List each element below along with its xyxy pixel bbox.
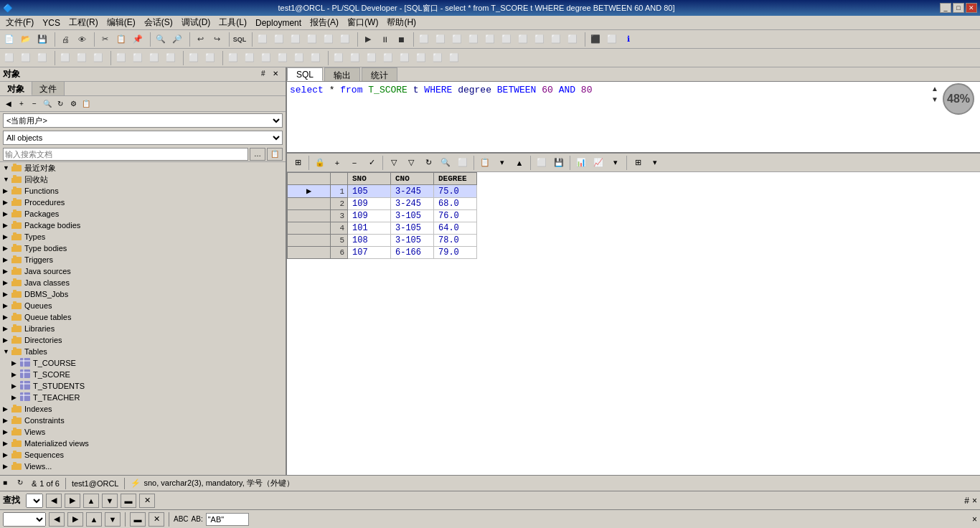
tb8-7[interactable]: ⬜: [515, 32, 531, 47]
sql-btn[interactable]: SQL: [232, 32, 248, 47]
tb6-3[interactable]: ⬜: [288, 32, 303, 47]
t2-3[interactable]: ⬜: [34, 50, 50, 66]
tab-sql[interactable]: SQL: [287, 67, 323, 81]
rt-up-btn[interactable]: ▽: [386, 155, 402, 171]
tree-expand-arrow[interactable]: ▶: [3, 314, 11, 321]
tree-expand-arrow[interactable]: ▼: [3, 164, 11, 171]
tab-stats[interactable]: 统计: [362, 67, 397, 81]
sql-editor[interactable]: select * from T_SCORE t WHERE degree BET…: [287, 82, 980, 154]
tb8-3[interactable]: ⬜: [449, 32, 465, 47]
tree-item-16[interactable]: ▼Tables: [0, 346, 286, 357]
tb7-1[interactable]: ▶: [360, 32, 376, 47]
tree-expand-arrow[interactable]: ▶: [3, 302, 11, 309]
bf-find-input[interactable]: [206, 513, 249, 526]
tree-item-9[interactable]: ▶Java sources: [0, 265, 286, 277]
tb7-2[interactable]: ⏸: [377, 32, 392, 47]
rt-grid-btn[interactable]: ⊞: [290, 155, 306, 171]
cell-cno[interactable]: 3-105: [391, 210, 434, 222]
t2-14[interactable]: ⬜: [242, 50, 258, 66]
tree-expand-arrow[interactable]: ▶: [3, 256, 11, 263]
tree-expand-arrow[interactable]: ▶: [3, 405, 11, 412]
rt-chart-btn[interactable]: 📊: [573, 155, 589, 171]
tree-expand-arrow[interactable]: ▶: [3, 210, 11, 217]
tree-expand-arrow[interactable]: ▶: [3, 199, 11, 206]
menu-help[interactable]: 帮助(H): [382, 15, 420, 30]
menu-deployment[interactable]: Deployment: [251, 16, 306, 29]
rt-paste2[interactable]: ▾: [494, 155, 510, 171]
type-dropdown[interactable]: All objects: [3, 131, 283, 145]
rt-extra[interactable]: ⬜: [455, 155, 471, 171]
cut-btn[interactable]: ✂: [97, 32, 113, 47]
tree-item-13[interactable]: ▶Queue tables: [0, 311, 286, 323]
cell-degree[interactable]: 64.0: [434, 222, 477, 235]
t2-11[interactable]: ⬜: [186, 50, 202, 66]
menu-file[interactable]: 文件(F): [1, 15, 38, 30]
t2-8[interactable]: ⬜: [130, 50, 146, 66]
tree-item-3[interactable]: ▶Procedures: [0, 197, 286, 208]
tree-expand-arrow[interactable]: ▼: [3, 348, 11, 355]
tree-item-18[interactable]: ▶T_SCORE: [0, 369, 286, 380]
type-select[interactable]: All objects: [3, 131, 283, 145]
cell-cno[interactable]: 3-105: [391, 235, 434, 247]
t2-23[interactable]: ⬜: [397, 50, 413, 66]
table-row[interactable]: 31093-10576.0: [288, 210, 477, 222]
find2-btn[interactable]: 🔎: [169, 32, 185, 47]
tree-expand-arrow[interactable]: ▼: [3, 176, 11, 183]
rt-up2[interactable]: ▲: [512, 155, 527, 171]
rt-post-btn[interactable]: ⬜: [534, 155, 550, 171]
tree-expand-arrow[interactable]: ▶: [3, 440, 11, 447]
tb8-1[interactable]: ⬜: [416, 32, 432, 47]
rt-search-btn[interactable]: 🔍: [438, 155, 453, 171]
cell-degree[interactable]: 76.0: [434, 210, 477, 222]
cell-sno[interactable]: 101: [348, 222, 391, 235]
bf-down2-btn[interactable]: ▼: [105, 512, 121, 527]
open-btn[interactable]: 📂: [18, 32, 34, 47]
lt-settings[interactable]: ⚙: [67, 98, 79, 110]
tree-item-6[interactable]: ▶Types: [0, 231, 286, 242]
tree-item-25[interactable]: ▶Sequences: [0, 449, 286, 461]
t2-15[interactable]: ⬜: [258, 50, 274, 66]
cell-sno[interactable]: 109: [348, 210, 391, 222]
tree-item-7[interactable]: ▶Type bodies: [0, 242, 286, 254]
search-input[interactable]: [3, 148, 248, 161]
tree-item-11[interactable]: ▶DBMS_Jobs: [0, 288, 286, 300]
restore-button[interactable]: □: [953, 3, 964, 13]
bs-down-btn[interactable]: ▼: [102, 494, 118, 508]
tb6-5[interactable]: ⬜: [321, 32, 336, 47]
tree-expand-arrow[interactable]: ▶: [3, 336, 11, 344]
cell-degree[interactable]: 75.0: [434, 185, 477, 198]
bs-up-btn[interactable]: ▲: [83, 494, 99, 508]
tree-item-14[interactable]: ▶Libraries: [0, 323, 286, 334]
tb9-1[interactable]: ⬛: [588, 32, 603, 47]
bf-select[interactable]: ABC AB:: [3, 512, 46, 527]
close-button[interactable]: ✕: [966, 3, 977, 13]
tree-item-12[interactable]: ▶Queues: [0, 300, 286, 311]
rt-check-btn[interactable]: ✓: [364, 155, 380, 171]
tree-expand-arrow[interactable]: ▶: [3, 268, 11, 275]
t2-13[interactable]: ⬜: [225, 50, 241, 66]
tree-expand-arrow[interactable]: ▶: [3, 417, 11, 424]
panel-pin-btn[interactable]: #: [261, 70, 271, 80]
tree-item-17[interactable]: ▶T_COURSE: [0, 357, 286, 369]
save-btn[interactable]: 💾: [34, 32, 50, 47]
rt-del-row[interactable]: −: [347, 155, 362, 171]
t2-17[interactable]: ⬜: [291, 50, 307, 66]
menu-ycs[interactable]: YCS: [38, 16, 65, 29]
tree-item-26[interactable]: ▶Views...: [0, 461, 286, 472]
tree-expand-arrow[interactable]: ▶: [3, 463, 11, 470]
rt-table2[interactable]: ▾: [647, 155, 663, 171]
tree-item-23[interactable]: ▶Views: [0, 426, 286, 438]
rt-copy2[interactable]: 📋: [477, 155, 493, 171]
t2-18[interactable]: ⬜: [308, 50, 324, 66]
tab-objects[interactable]: 对象: [0, 82, 32, 95]
tree-expand-arrow[interactable]: ▶: [3, 233, 11, 240]
tb8-2[interactable]: ⬜: [433, 32, 448, 47]
t2-4[interactable]: ⬜: [57, 50, 73, 66]
tree-item-15[interactable]: ▶Directories: [0, 334, 286, 346]
rt-down-btn[interactable]: ▽: [403, 155, 419, 171]
t2-22[interactable]: ⬜: [380, 50, 396, 66]
menu-project[interactable]: 工程(R): [65, 15, 103, 30]
scroll-up-arrow[interactable]: ▲: [931, 85, 938, 93]
redo-btn[interactable]: ↪: [209, 32, 225, 47]
tree-item-0[interactable]: ▼最近对象: [0, 162, 286, 174]
